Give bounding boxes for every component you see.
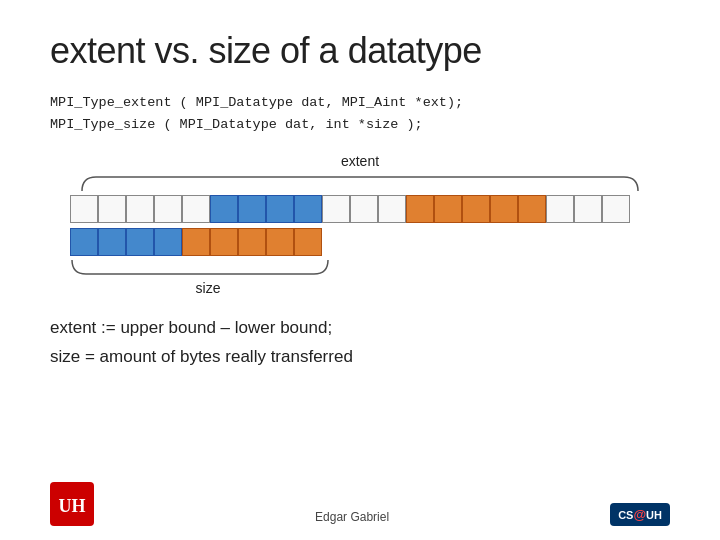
footer: UH Edgar Gabriel CS@UH	[50, 482, 670, 526]
body-line1: extent := upper bound – lower bound;	[50, 314, 670, 343]
cell-orange	[490, 195, 518, 223]
cell	[378, 195, 406, 223]
cell-orange-bot	[182, 228, 210, 256]
code-block: MPI_Type_extent ( MPI_Datatype dat, MPI_…	[50, 92, 670, 135]
slide: extent vs. size of a datatype MPI_Type_e…	[0, 0, 720, 540]
cell	[350, 195, 378, 223]
cell-orange-bot	[266, 228, 294, 256]
cell	[126, 195, 154, 223]
body-text: extent := upper bound – lower bound; siz…	[50, 314, 670, 372]
cell	[98, 195, 126, 223]
csuh-badge: CS@UH	[610, 503, 670, 526]
uh-logo: UH	[50, 482, 94, 526]
extent-brace-svg	[80, 173, 640, 195]
cell-blue	[266, 195, 294, 223]
cell-orange-bot	[210, 228, 238, 256]
cs-text: CS	[618, 509, 633, 521]
cell	[574, 195, 602, 223]
code-line1: MPI_Type_extent ( MPI_Datatype dat, MPI_…	[50, 92, 670, 114]
cell-orange	[406, 195, 434, 223]
cell-orange-bot	[238, 228, 266, 256]
footer-author: Edgar Gabriel	[94, 510, 610, 524]
cell	[182, 195, 210, 223]
uh-text: UH	[646, 509, 662, 521]
cell-blue-bot	[98, 228, 126, 256]
diagram: extent	[70, 153, 650, 296]
cell-blue-bot	[126, 228, 154, 256]
size-brace-svg	[70, 258, 330, 276]
cell-blue	[210, 195, 238, 223]
body-line2: size = amount of bytes really transferre…	[50, 343, 670, 372]
cell	[602, 195, 630, 223]
cell-orange	[434, 195, 462, 223]
extent-label: extent	[70, 153, 650, 169]
cell-blue-bot	[70, 228, 98, 256]
cell-orange	[462, 195, 490, 223]
bottom-cells-row	[70, 228, 650, 256]
cell-blue	[294, 195, 322, 223]
size-label: size	[78, 280, 338, 296]
cell-orange	[518, 195, 546, 223]
code-line2: MPI_Type_size ( MPI_Datatype dat, int *s…	[50, 114, 670, 136]
top-cells-row	[70, 195, 650, 223]
cell	[546, 195, 574, 223]
page-title: extent vs. size of a datatype	[50, 30, 670, 72]
cell-blue	[238, 195, 266, 223]
cell	[154, 195, 182, 223]
cell	[322, 195, 350, 223]
cell-orange-bot	[294, 228, 322, 256]
cell-blue-bot	[154, 228, 182, 256]
at-symbol: @	[633, 507, 646, 522]
svg-text:UH: UH	[59, 496, 86, 516]
cell	[70, 195, 98, 223]
